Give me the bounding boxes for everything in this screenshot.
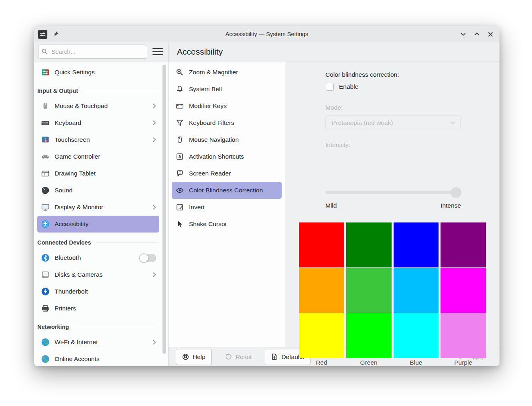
mode-dropdown: Protanopia (red weak) (325, 115, 461, 130)
undo-icon (225, 353, 232, 360)
maximize-icon[interactable] (473, 31, 480, 38)
sidebar-item-thunderbolt[interactable]: Thunderbolt (37, 283, 159, 300)
system-settings-window: Accessibility — System Settings Access (34, 26, 500, 366)
sidebar-section-networking: Networking (37, 320, 159, 334)
subnav-item-invert[interactable]: Invert (172, 199, 282, 216)
sidebar-item-online-accounts[interactable]: Online Accounts (37, 351, 159, 366)
magnifier-plus-icon (175, 68, 184, 77)
keyboard-outline-icon (175, 102, 184, 110)
document-revert-icon (271, 353, 278, 360)
sidebar-item-label: Online Accounts (55, 355, 99, 363)
swatch-green-3 (346, 313, 392, 358)
subnav-item-mouse-navigation[interactable]: Mouse Navigation (172, 131, 282, 148)
sidebar-item-label: Accessibility (55, 220, 88, 228)
sidebar-item-disks-cameras[interactable]: Disks & Cameras (37, 266, 159, 283)
intensity-slider (325, 187, 461, 198)
minimize-icon[interactable] (459, 31, 467, 38)
volume-knob-icon (41, 186, 50, 195)
swatch-label-purple: Purple (441, 359, 486, 366)
sidebar-item-drawing-tablet[interactable]: Drawing Tablet (37, 165, 159, 182)
funnel-icon (175, 119, 184, 127)
eye-icon (175, 186, 184, 195)
slider-track (325, 191, 461, 194)
sidebar-item-label: Quick Settings (55, 69, 95, 76)
sidebar-item-label: Thunderbolt (55, 288, 88, 295)
sidebar-item-label: Drawing Tablet (55, 170, 95, 177)
swatch-red-3 (299, 313, 344, 358)
sidebar-item-label: Wi-Fi & Internet (55, 339, 98, 346)
help-label: Help (193, 353, 205, 361)
sidebar-item-label: Printers (55, 305, 76, 312)
sidebar-item-printers[interactable]: Printers (37, 300, 159, 317)
sidebar-item-quick-settings[interactable]: Quick Settings (37, 64, 159, 81)
sidebar-item-display-monitor[interactable]: Display & Monitor (37, 199, 159, 216)
bell-icon (175, 85, 184, 94)
printer-icon (41, 304, 50, 313)
mild-label: Mild (325, 202, 337, 209)
sidebar-item-label: Disks & Cameras (55, 271, 103, 278)
sidebar-section-connected-devices: Connected Devices (37, 236, 159, 249)
cursor-arrow-icon (175, 220, 184, 229)
pin-icon[interactable] (52, 31, 59, 38)
chevron-right-icon (152, 272, 156, 277)
subnav-item-label: Invert (189, 204, 205, 211)
chevron-down-icon (450, 121, 455, 124)
header-row: Accessibility (34, 42, 500, 61)
swatch-red-2 (299, 268, 344, 313)
subnav-item-label: Mouse Navigation (189, 136, 239, 143)
subnav: Zoom & Magnifier System Bell Modifier Ke… (169, 61, 285, 347)
sidebar-item-touchscreen[interactable]: Touchscreen (37, 131, 159, 148)
subnav-item-label: Keyboard Filters (189, 119, 234, 126)
thunderbolt-icon (41, 287, 50, 296)
subnav-item-zoom-magnifier[interactable]: Zoom & Magnifier (172, 64, 282, 81)
sidebar-scrollbar[interactable] (162, 65, 166, 354)
subnav-item-activation-shortcuts[interactable]: A Activation Shortcuts (172, 148, 282, 165)
subnav-item-label: Screen Reader (189, 170, 231, 177)
mouse-outline-icon (175, 136, 184, 144)
subnav-item-color-blindness-correction[interactable]: Color Blindness Correction (172, 182, 282, 199)
sidebar-item-game-controller[interactable]: Game Controller (37, 148, 159, 165)
subnav-item-label: Color Blindness Correction (189, 187, 263, 194)
invert-icon (175, 203, 184, 212)
reset-label: Reset (236, 353, 252, 361)
swatch-purple-1 (441, 222, 486, 267)
sidebar-item-mouse-touchpad[interactable]: Mouse & Touchpad (37, 98, 159, 114)
enable-checkbox[interactable] (326, 83, 334, 91)
search-input[interactable] (51, 48, 144, 55)
help-button[interactable]: Help (176, 349, 212, 365)
divider (325, 215, 462, 215)
reset-button: Reset (219, 349, 258, 365)
chevron-right-icon (152, 103, 156, 109)
titlebar[interactable]: Accessibility — System Settings (34, 26, 500, 42)
quick-settings-icon (41, 68, 50, 77)
chevron-right-icon (152, 120, 156, 126)
menu-icon[interactable] (152, 47, 163, 57)
subnav-item-shake-cursor[interactable]: Shake Cursor (172, 216, 282, 233)
sidebar-item-bluetooth[interactable]: Bluetooth (37, 249, 159, 266)
sidebar-item-keyboard[interactable]: Keyboard (37, 114, 159, 131)
close-icon[interactable] (487, 31, 494, 38)
sidebar-item-label: Mouse & Touchpad (55, 102, 108, 110)
slider-handle (451, 187, 461, 198)
svg-text:A: A (178, 155, 181, 159)
subnav-item-label: Zoom & Magnifier (189, 69, 238, 76)
sidebar-item-wifi-internet[interactable]: Wi-Fi & Internet (37, 334, 159, 351)
swatch-green-1 (346, 222, 392, 267)
subnav-item-keyboard-filters[interactable]: Keyboard Filters (172, 114, 282, 131)
page-title: Accessibility (177, 47, 223, 57)
swatch-green-2 (346, 268, 392, 313)
bluetooth-toggle[interactable] (139, 254, 156, 262)
disk-icon (41, 270, 50, 280)
sidebar-item-sound[interactable]: Sound (37, 182, 159, 199)
help-icon (182, 353, 189, 360)
globe-icon (41, 355, 50, 364)
gamepad-icon (41, 152, 50, 161)
subnav-item-modifier-keys[interactable]: Modifier Keys (172, 98, 282, 114)
subnav-item-screen-reader[interactable]: Screen Reader (172, 165, 282, 182)
sidebar-item-accessibility[interactable]: Accessibility (37, 216, 159, 233)
enable-label: Enable (339, 83, 358, 90)
search-field[interactable] (38, 45, 147, 59)
subnav-item-system-bell[interactable]: System Bell (172, 81, 282, 98)
monitor-icon (41, 203, 50, 212)
mouse-icon (41, 102, 50, 111)
